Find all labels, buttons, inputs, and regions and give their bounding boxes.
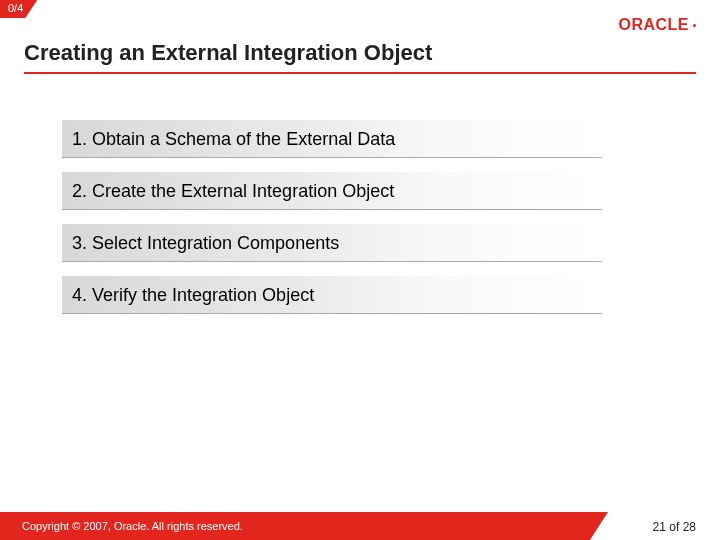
oracle-logo: ORACLE [618, 16, 696, 34]
page-title: Creating an External Integration Object [24, 40, 432, 66]
page-sep: of [666, 520, 683, 534]
progress-indicator: 0/4 [0, 0, 37, 18]
page-total: 28 [683, 520, 696, 534]
copyright-text: Copyright © 2007, Oracle. All rights res… [0, 520, 243, 532]
steps-list: 1. Obtain a Schema of the External Data … [62, 120, 602, 314]
page-number: 21 of 28 [653, 520, 696, 534]
step-item: 1. Obtain a Schema of the External Data [62, 120, 602, 158]
step-item: 3. Select Integration Components [62, 224, 602, 262]
top-bar: 0/4 [0, 0, 720, 20]
page-current: 21 [653, 520, 666, 534]
oracle-logo-dot-icon [693, 24, 696, 27]
oracle-logo-text: ORACLE [618, 16, 689, 34]
step-item: 2. Create the External Integration Objec… [62, 172, 602, 210]
title-underline [24, 72, 696, 74]
footer-left: Copyright © 2007, Oracle. All rights res… [0, 512, 243, 540]
step-item: 4. Verify the Integration Object [62, 276, 602, 314]
